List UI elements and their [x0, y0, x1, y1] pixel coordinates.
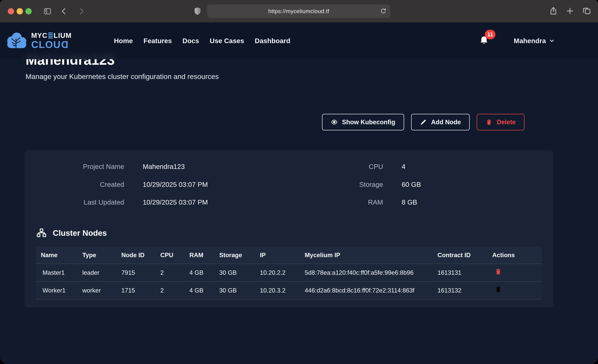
info-value: 10/29/2025 03:07 PM: [124, 199, 299, 206]
info-value: 8 GB: [383, 199, 486, 206]
info-label: RAM: [299, 199, 383, 206]
chrome-right-buttons: [549, 0, 591, 22]
show-kubeconfig-label: Show Kubeconfig: [342, 119, 395, 126]
table-header-row: NameTypeNode IDCPURAMStorageIPMycelium I…: [36, 247, 542, 264]
delete-label: Delete: [497, 119, 516, 126]
brand-logo[interactable]: MYC LIUM CLOUD: [5, 32, 72, 50]
share-icon[interactable]: [549, 7, 558, 16]
url-text: https://myceliumcloud.tf: [268, 8, 329, 14]
cell-contract-id: 1613132: [433, 281, 488, 299]
brand-text: MYC LIUM CLOUD: [31, 32, 72, 50]
cluster-info-right: CPU 4 Storage 60 GB RAM 8 GB: [299, 163, 486, 206]
cell-actions: [488, 264, 542, 281]
minimize-window-button[interactable]: [17, 8, 23, 14]
tab-overview-icon[interactable]: [582, 7, 591, 16]
nav-link[interactable]: Home: [114, 37, 133, 45]
cell-type: leader: [78, 264, 117, 281]
info-label: Storage: [299, 181, 383, 189]
cell-mycelium-ip: 5d8:78ea:a120:f40c:ff0f:a5fe:99e6:8b96: [300, 264, 433, 281]
notification-badge: 11: [485, 30, 495, 39]
cell-cpu: 2: [156, 264, 185, 281]
cluster-info: Project Name Mahendra123 Created 10/29/2…: [36, 159, 542, 206]
new-tab-icon[interactable]: [565, 7, 574, 16]
main-content: Mahendra123 Manage your Kubernetes clust…: [25, 22, 553, 307]
address-bar[interactable]: https://myceliumcloud.tf: [207, 4, 390, 18]
forward-icon[interactable]: [76, 7, 86, 16]
brand-line-cloud: CLOUD: [31, 40, 72, 50]
cell-ram: 4 GB: [185, 281, 215, 299]
back-icon[interactable]: [59, 7, 69, 16]
add-node-button[interactable]: Add Node: [411, 114, 470, 130]
column-header: Contract ID: [433, 247, 488, 264]
network-nodes-icon: [36, 228, 47, 238]
brand-line-mycelium: MYC LIUM: [31, 32, 72, 39]
info-value: 60 GB: [383, 181, 486, 189]
info-label: CPU: [299, 163, 383, 171]
info-value: Mahendra123: [124, 163, 299, 171]
column-header: Storage: [215, 247, 255, 264]
table-row: Master1 leader 7915 2 4 GB 30 GB 10.20.2…: [36, 264, 542, 281]
column-header: Type: [78, 247, 117, 264]
cell-name: Worker1: [36, 281, 78, 299]
table-row: Worker1 worker 1715 2 4 GB 30 GB 10.20.3…: [36, 281, 542, 299]
column-header: CPU: [156, 247, 185, 264]
reload-icon[interactable]: [380, 8, 387, 15]
cell-actions: [488, 281, 542, 299]
browser-chrome: https://myceliumcloud.tf: [0, 0, 598, 22]
column-header: IP: [255, 247, 300, 264]
info-label: Created: [36, 181, 124, 189]
cluster-nodes-title: Cluster Nodes: [53, 228, 107, 238]
cell-type: worker: [78, 281, 117, 299]
privacy-shield-icon[interactable]: [193, 7, 202, 16]
column-header: Node ID: [117, 247, 156, 264]
nav-link[interactable]: Docs: [183, 37, 199, 45]
mycelium-cloud-logo-icon: [5, 32, 29, 50]
nav-links: Home Features Docs Use Cases Dashboard: [114, 37, 291, 45]
cluster-details-card: Project Name Mahendra123 Created 10/29/2…: [25, 150, 553, 307]
top-navbar: MYC LIUM CLOUD Home Features Docs: [0, 22, 598, 59]
nav-link[interactable]: Use Cases: [210, 37, 244, 45]
delete-node-button[interactable]: [492, 286, 502, 293]
column-header: RAM: [185, 247, 215, 264]
trash-icon: [495, 286, 502, 293]
nav-link[interactable]: Dashboard: [255, 37, 290, 45]
column-header: Mycelium IP: [300, 247, 433, 264]
add-node-label: Add Node: [431, 119, 461, 126]
cell-ip: 10.20.3.2: [255, 281, 300, 299]
brand-lium: LIUM: [54, 32, 72, 39]
cell-mycelium-ip: 446:d2a6:8bcd:8c16:ff0f:72e2:3114:863f: [300, 281, 433, 299]
eye-icon: [331, 119, 338, 126]
cell-storage: 30 GB: [215, 281, 255, 299]
nav-link[interactable]: Features: [143, 37, 172, 45]
cell-ram: 4 GB: [185, 264, 215, 281]
user-name: Mahendra: [514, 37, 546, 45]
cell-contract-id: 1613131: [433, 264, 488, 281]
stylized-e-icon: [48, 33, 53, 39]
page: MYC LIUM CLOUD Home Features Docs: [0, 22, 598, 364]
user-menu[interactable]: Mahendra: [514, 37, 555, 45]
cell-ip: 10.20.2.2: [255, 264, 300, 281]
info-label: Project Name: [36, 163, 124, 171]
sidebar-toggle-icon[interactable]: [43, 7, 52, 16]
info-value: 10/29/2025 03:07 PM: [124, 181, 299, 189]
navbar-right: 11 Mahendra: [479, 35, 555, 46]
page-subtitle: Manage your Kubernetes cluster configura…: [25, 67, 553, 81]
cluster-info-left: Project Name Mahendra123 Created 10/29/2…: [36, 163, 299, 206]
chevron-down-icon: [549, 38, 555, 43]
cell-node-id: 7915: [117, 264, 156, 281]
trash-icon: [485, 119, 492, 126]
browser-window: https://myceliumcloud.tf: [0, 0, 598, 364]
close-window-button[interactable]: [8, 8, 14, 14]
zoom-window-button[interactable]: [25, 8, 32, 14]
notifications-button[interactable]: 11: [479, 35, 489, 46]
info-label: Last Updated: [36, 199, 124, 206]
brand-d: D: [61, 40, 68, 50]
cell-cpu: 2: [156, 281, 185, 299]
delete-node-button[interactable]: [492, 268, 502, 276]
delete-cluster-button[interactable]: Delete: [477, 114, 524, 130]
cluster-nodes-table: NameTypeNode IDCPURAMStorageIPMycelium I…: [36, 247, 542, 299]
show-kubeconfig-button[interactable]: Show Kubeconfig: [322, 114, 404, 130]
cell-storage: 30 GB: [215, 264, 255, 281]
traffic-lights: [8, 8, 32, 14]
brand-clou: CLOU: [31, 39, 61, 50]
